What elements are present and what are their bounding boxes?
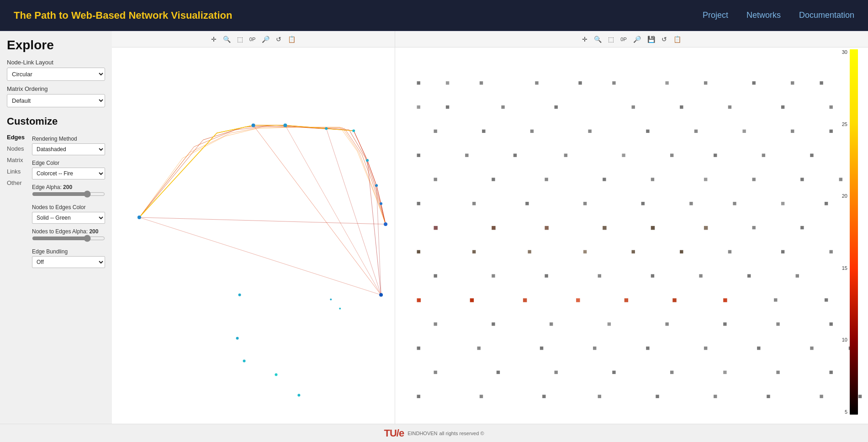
node-link-layout-select[interactable]: Circular Force-Directed Hierarchical	[7, 68, 105, 81]
rendering-method-group: Rendering Method Datashaded Canvas SVG	[32, 136, 105, 155]
edge-bundling-select[interactable]: Off Hammer ForceDirected	[32, 256, 105, 268]
svg-rect-44	[417, 105, 420, 109]
node-link-toolbar: ✛ 🔍 ⬚ 0P 🔎 ↺ 📋	[112, 31, 395, 47]
svg-rect-116	[523, 298, 527, 302]
edge-alpha-slider[interactable]	[32, 190, 105, 198]
nl-tool-pan[interactable]: ✛	[210, 35, 218, 44]
svg-rect-42	[791, 81, 794, 84]
svg-rect-93	[651, 226, 655, 230]
matrix-ordering-select[interactable]: Default Alphabetical Degree	[7, 94, 105, 107]
svg-rect-86	[733, 202, 736, 205]
svg-rect-118	[625, 298, 628, 302]
svg-rect-58	[694, 130, 698, 133]
svg-rect-83	[583, 202, 587, 205]
svg-rect-40	[704, 81, 707, 84]
edge-color-select[interactable]: Colorcet -- Fire Viridis Blues	[32, 168, 105, 179]
viz-area: ✛ 🔍 ⬚ 0P 🔎 ↺ 📋	[112, 31, 868, 424]
edge-alpha-value: 200	[63, 184, 72, 190]
nl-tool-0p[interactable]: 0P	[248, 36, 257, 43]
svg-rect-154	[767, 395, 770, 398]
svg-rect-38	[612, 81, 615, 84]
svg-rect-100	[583, 250, 587, 253]
node-link-layout-label: Node-Link Layout	[7, 59, 105, 66]
nl-tool-zoom-in[interactable]: 🔍	[222, 35, 232, 44]
svg-rect-76	[704, 178, 707, 181]
svg-rect-50	[728, 105, 731, 109]
customize-settings: Rendering Method Datashaded Canvas SVG E…	[32, 132, 105, 273]
nl-tool-save[interactable]: 📋	[286, 35, 297, 44]
svg-rect-127	[665, 322, 668, 326]
mx-tool-save[interactable]: 📋	[672, 35, 683, 44]
mx-tool-save-img[interactable]: 💾	[646, 35, 656, 44]
svg-rect-124	[492, 322, 495, 326]
svg-point-16	[384, 222, 387, 226]
svg-rect-106	[434, 274, 437, 277]
svg-rect-75	[651, 178, 654, 181]
svg-rect-134	[593, 347, 596, 350]
svg-rect-141	[497, 371, 500, 374]
rendering-method-select[interactable]: Datashaded Canvas SVG	[32, 143, 105, 155]
svg-rect-136	[704, 347, 707, 350]
svg-rect-34	[446, 81, 449, 84]
svg-rect-147	[830, 371, 833, 374]
colorbar-label-30: 30	[842, 49, 847, 55]
svg-point-25	[236, 337, 239, 340]
svg-rect-97	[417, 250, 420, 253]
svg-rect-101	[632, 250, 635, 253]
svg-rect-78	[800, 178, 804, 181]
mx-tool-0p[interactable]: 0P	[619, 36, 628, 43]
svg-point-10	[283, 123, 287, 127]
edge-alpha-label: Edge Alpha: 200	[32, 184, 105, 190]
customize-tab-matrix[interactable]: Matrix	[7, 156, 32, 164]
header: The Path to Web-Based Network Visualizat…	[0, 0, 868, 31]
header-title: The Path to Web-Based Network Visualizat…	[14, 10, 232, 21]
main-content: Explore Node-Link Layout Circular Force-…	[0, 31, 868, 424]
svg-rect-131	[417, 347, 420, 350]
svg-rect-32	[395, 67, 868, 404]
svg-rect-72	[492, 178, 495, 181]
edge-color-label: Edge Color	[32, 160, 105, 166]
nl-tool-box[interactable]: ⬚	[236, 35, 244, 44]
svg-rect-149	[480, 395, 483, 398]
svg-rect-57	[646, 130, 649, 133]
svg-rect-66	[622, 153, 625, 157]
footer: TU/e EINDHOVEN all rights reserved ©	[0, 424, 868, 442]
nl-tool-reset[interactable]: ↺	[275, 35, 283, 44]
nodes-to-edges-color-group: Nodes to Edges Color Solid -- Green Soli…	[32, 204, 105, 224]
svg-rect-135	[646, 347, 649, 350]
svg-rect-145	[723, 371, 726, 374]
svg-rect-68	[714, 153, 717, 157]
svg-rect-110	[651, 274, 654, 277]
svg-rect-88	[825, 202, 828, 205]
mx-tool-reset[interactable]: ↺	[660, 35, 668, 44]
mx-tool-zoom-in[interactable]: 🔍	[593, 35, 603, 44]
mx-tool-box[interactable]: ⬚	[607, 35, 615, 44]
nodes-to-edges-alpha-slider[interactable]	[32, 235, 105, 242]
svg-rect-103	[728, 250, 731, 253]
svg-rect-150	[542, 395, 545, 398]
customize-tab-links[interactable]: Links	[7, 167, 32, 176]
colorbar-labels: 30 25 20 15 10 5	[842, 49, 847, 415]
svg-rect-87	[781, 202, 784, 205]
customize-tab-other[interactable]: Other	[7, 179, 32, 187]
matrix-toolbar: ✛ 🔍 ⬚ 0P 🔎 💾 ↺ 📋	[395, 31, 868, 47]
mx-tool-zoom-out[interactable]: 🔎	[632, 35, 642, 44]
nl-tool-zoom-out[interactable]: 🔎	[260, 35, 271, 44]
svg-point-31	[339, 308, 341, 310]
svg-rect-46	[501, 105, 504, 109]
nav-networks[interactable]: Networks	[746, 11, 781, 20]
svg-rect-128	[723, 322, 726, 326]
svg-rect-96	[800, 226, 804, 229]
svg-rect-148	[417, 395, 420, 398]
rendering-method-label: Rendering Method	[32, 136, 105, 142]
mx-tool-pan[interactable]: ✛	[581, 35, 589, 44]
svg-rect-120	[723, 298, 727, 302]
nodes-to-edges-color-select[interactable]: Solid -- Green Solid -- Blue None	[32, 212, 105, 224]
nav-documentation[interactable]: Documentation	[799, 11, 854, 20]
svg-rect-63	[465, 153, 468, 157]
nav-project[interactable]: Project	[703, 11, 728, 20]
customize-tab-edges[interactable]: Edges	[7, 133, 32, 142]
matrix-svg	[395, 47, 868, 424]
svg-rect-47	[555, 105, 558, 109]
customize-tab-nodes[interactable]: Nodes	[7, 144, 32, 153]
